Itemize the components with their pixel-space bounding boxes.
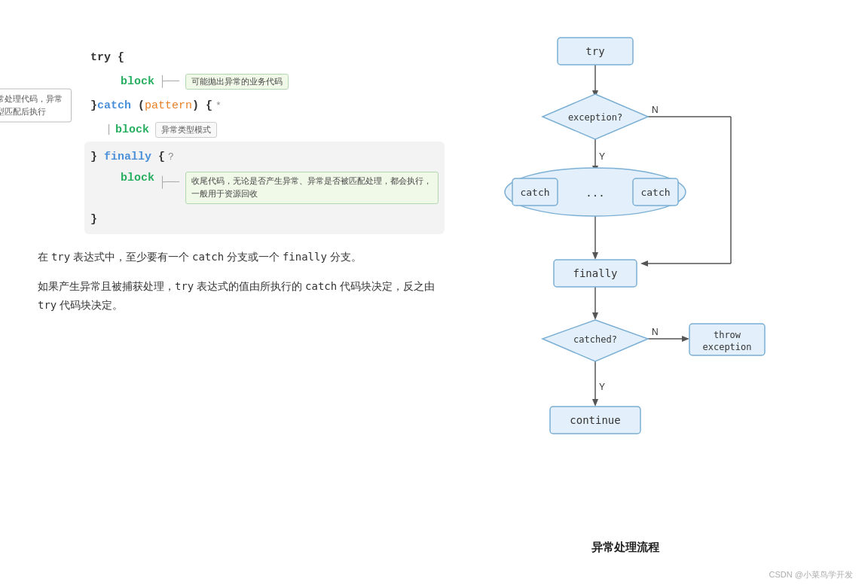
- asterisk-symbol: *: [215, 100, 222, 111]
- svg-text:catch: catch: [520, 187, 549, 198]
- svg-marker-8: [640, 260, 648, 267]
- finally-keyword: finally: [104, 151, 151, 163]
- inline-finally-1: finally: [283, 251, 327, 263]
- finally-brace: {: [151, 151, 165, 163]
- code-wrapper: try { block ├── 可能抛出异常的业务代码 异常处理代码，异常类型匹…: [90, 45, 445, 234]
- watermark: CSDN @小菜鸟学开发: [769, 569, 853, 580]
- svg-text:continue: continue: [570, 414, 620, 426]
- flowchart-svg: Y N Y: [467, 23, 784, 519]
- block-keyword-catch: block: [115, 123, 149, 136]
- flowchart: Y N Y: [467, 23, 784, 535]
- inline-try-1: try: [51, 251, 70, 263]
- annotation-finally-code: 收尾代码，无论是否产生异常、异常是否被匹配处理，都会执行，一般用于资源回收: [185, 172, 439, 204]
- description-2: 如果产生异常且被捕获处理，try 表达式的值由所执行的 catch 代码块决定，…: [38, 277, 445, 315]
- brace-catch-open: }: [90, 99, 97, 112]
- catch-keyword: catch: [97, 99, 131, 112]
- description-1: 在 try 表达式中，至少要有一个 catch 分支或一个 finally 分支…: [38, 248, 445, 267]
- svg-text:Y: Y: [599, 151, 605, 162]
- code-line-finally: } finally { ?: [90, 145, 439, 169]
- svg-marker-13: [592, 312, 598, 320]
- catch-params: (: [131, 99, 145, 112]
- brace-finally-open: }: [90, 151, 104, 163]
- final-brace-close: }: [90, 213, 97, 226]
- block-keyword-finally: block: [121, 172, 154, 184]
- code-line-finally-block: block ├── 收尾代码，无论是否产生异常、异常是否被匹配处理，都会执行，一…: [90, 169, 439, 207]
- code-line-catch: 异常处理代码，异常类型匹配后执行 } catch ( pattern ) { *: [90, 93, 445, 117]
- svg-text:exception?: exception?: [568, 112, 622, 123]
- svg-text:Y: Y: [599, 382, 605, 392]
- svg-text:catch: catch: [640, 187, 670, 198]
- code-line-try-block: block ├── 可能抛出异常的业务代码: [90, 69, 445, 93]
- left-panel: try { block ├── 可能抛出异常的业务代码 异常处理代码，异常类型匹…: [15, 15, 452, 573]
- svg-marker-11: [592, 252, 598, 260]
- question-symbol: ?: [168, 151, 174, 163]
- catch-brace: ) {: [192, 99, 212, 112]
- code-line-close: }: [90, 207, 439, 231]
- finally-section: } finally { ? block ├── 收尾代码，无论是否产生异常、异常…: [84, 142, 445, 234]
- inline-try-2: try: [175, 280, 194, 292]
- svg-marker-15: [592, 399, 598, 407]
- pattern-keyword: pattern: [145, 99, 192, 112]
- block-keyword-try: block: [121, 75, 154, 88]
- right-panel: Y N Y: [452, 15, 799, 573]
- inline-catch-2: catch: [305, 280, 337, 292]
- svg-text:N: N: [652, 105, 659, 115]
- try-keyword: try {: [90, 51, 124, 64]
- svg-text:N: N: [652, 327, 659, 337]
- svg-marker-18: [682, 336, 689, 342]
- side-annotation-catch: 异常处理代码，异常类型匹配后执行: [0, 89, 72, 123]
- inline-try-3: try: [38, 299, 57, 311]
- annotation-exception-type: 异常类型模式: [155, 122, 217, 138]
- svg-text:try: try: [585, 45, 604, 57]
- svg-text:throw: throw: [714, 330, 741, 340]
- svg-text:finally: finally: [573, 267, 617, 279]
- inline-catch-1: catch: [192, 251, 224, 263]
- flowchart-title: 异常处理流程: [467, 541, 784, 555]
- annotation-business-code: 可能抛出异常的业务代码: [185, 74, 289, 90]
- svg-text:...: ...: [585, 187, 604, 199]
- code-line-try-open: try {: [90, 45, 445, 69]
- svg-text:catched?: catched?: [573, 334, 617, 345]
- svg-text:exception: exception: [702, 342, 751, 352]
- code-line-catch-block: | block 异常类型模式: [90, 117, 445, 142]
